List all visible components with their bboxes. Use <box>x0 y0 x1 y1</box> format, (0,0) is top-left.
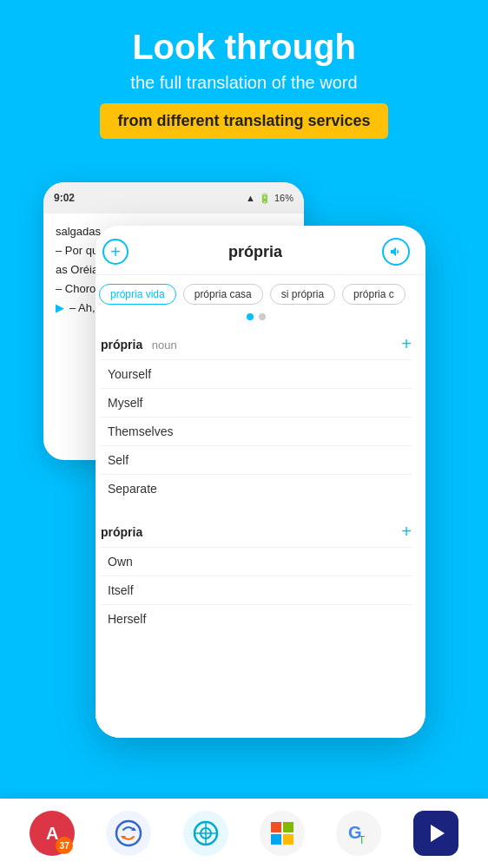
svg-rect-7 <box>271 822 281 832</box>
prompt-icon[interactable] <box>413 811 458 856</box>
svg-rect-9 <box>271 834 281 845</box>
microsoft-icon[interactable] <box>260 811 305 856</box>
divider <box>101 547 412 548</box>
main-title: Look through <box>17 28 471 66</box>
dot-2 <box>259 313 266 320</box>
divider <box>101 575 412 576</box>
google-translate-svg: G T <box>345 819 373 847</box>
dot-1 <box>247 313 254 320</box>
dict-entry[interactable]: Themselves <box>101 419 412 444</box>
phone-front: + própria vida próp própria noun Yoursel… <box>96 226 425 738</box>
divider <box>101 474 412 475</box>
sound-icon <box>389 245 403 259</box>
dict-entry[interactable]: Herself <box>101 607 412 631</box>
dict-chip-propria-c[interactable]: própria c <box>342 284 406 305</box>
google-translate-icon[interactable]: G T <box>336 811 381 856</box>
dict-section-1: própria noun + Yourself Myself Themselve… <box>101 327 412 501</box>
reverso-svg <box>115 819 142 847</box>
divider <box>101 604 412 605</box>
abbyy-icon[interactable]: A 37 <box>30 811 75 856</box>
dict-entry[interactable]: Self <box>101 448 412 472</box>
subtitle: the full translation of the word <box>17 73 471 93</box>
dict-chips-row: própria vida própria casa si própria pró… <box>96 275 425 313</box>
dict-section-2-title: própria <box>101 524 142 540</box>
dict-word: própria <box>228 243 282 261</box>
dict-section-1-title: própria noun <box>101 337 177 352</box>
dict-entry[interactable]: Myself <box>101 391 412 415</box>
dict-section-2-header: própria + <box>101 515 412 545</box>
dict-content: própria noun + Yourself Myself Themselve… <box>96 327 425 718</box>
reverso-icon[interactable] <box>106 811 151 856</box>
svg-marker-13 <box>431 825 445 842</box>
dots-row <box>96 313 425 327</box>
microsoft-svg <box>270 821 294 845</box>
dict-section-2: própria + Own Itself Herself <box>101 515 412 631</box>
dict-entry[interactable]: Own <box>101 549 412 574</box>
highlight-banner: from different translating services <box>100 103 387 139</box>
phone-status-icons: ▲ 🔋 16% <box>246 193 293 204</box>
prompt-svg <box>424 821 448 845</box>
svg-text:T: T <box>359 834 366 846</box>
battery-percent: 16% <box>274 193 293 203</box>
dict-entry[interactable]: Itself <box>101 578 412 602</box>
dict-header: + própria <box>96 226 425 275</box>
dict-section-1-add[interactable]: + <box>401 334 412 354</box>
divider <box>101 359 412 360</box>
divider <box>101 417 412 418</box>
lingvo-live-icon[interactable] <box>183 811 228 856</box>
signal-icon: ▲ <box>246 193 255 203</box>
phone-time: 9:02 <box>54 192 75 204</box>
abbyy-badge: 37 <box>56 837 73 854</box>
dict-panel: + própria própria vida própria casa si p… <box>96 226 425 738</box>
top-section: Look through the full translation of the… <box>0 0 488 174</box>
svg-point-0 <box>116 821 141 845</box>
svg-rect-8 <box>283 822 293 832</box>
phone-area: 9:02 ▲ 🔋 16% salgadas. – Por que você ch… <box>0 174 488 799</box>
dict-section-1-header: própria noun + <box>101 327 412 358</box>
phone-status-bar: 9:02 ▲ 🔋 16% <box>43 182 304 214</box>
lingvo-svg <box>192 819 220 847</box>
svg-rect-10 <box>283 834 293 845</box>
dict-chip-propria-casa[interactable]: própria casa <box>183 284 263 305</box>
dict-entry[interactable]: Yourself <box>101 362 412 386</box>
divider <box>101 445 412 446</box>
battery-icon: 🔋 <box>259 193 271 204</box>
dict-sound-button[interactable] <box>382 238 410 266</box>
dict-chip-si-propria[interactable]: si própria <box>270 284 335 305</box>
dict-section-2-add[interactable]: + <box>401 522 412 542</box>
dict-add-button[interactable]: + <box>102 239 129 265</box>
dict-chip-propria-vida[interactable]: própria vida <box>99 284 176 305</box>
dict-entry[interactable]: Separate <box>101 477 412 501</box>
service-bar: A 37 G T <box>0 799 488 868</box>
divider <box>101 388 412 389</box>
